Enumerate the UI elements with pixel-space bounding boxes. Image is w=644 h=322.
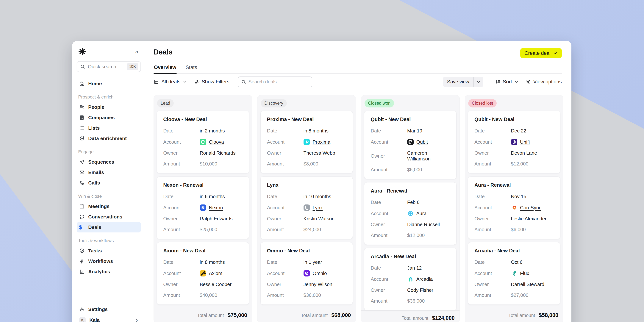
sidebar-item-deals[interactable]: $ Deals (77, 222, 141, 232)
coresync-logo-icon (511, 204, 517, 211)
deal-card[interactable]: Arcadia - New Deal DateJan 12 Account Ar… (364, 248, 456, 310)
unifi-logo-icon (511, 139, 517, 145)
sidebar-nav: Home Prospect & enrich People Companies … (77, 78, 141, 304)
deal-card[interactable]: Qubit - New Deal DateMar 19 Account Qubi… (364, 111, 456, 179)
account-link[interactable]: Unifi (520, 139, 530, 145)
save-view-button[interactable]: Save view (443, 77, 483, 87)
app-logo-icon (78, 48, 86, 56)
section-label-tools: Tools & workflows (78, 238, 139, 243)
workspace-name: Kala (89, 317, 132, 322)
column-total: Total amount $75,000 (154, 308, 252, 320)
dollar-icon: $ (79, 224, 85, 230)
phone-icon (79, 180, 85, 186)
sidebar-item-sequences[interactable]: Sequences (77, 157, 141, 167)
deal-title: Qubit - New Deal (474, 116, 554, 122)
sidebar-item-home[interactable]: Home (77, 78, 141, 89)
deal-card[interactable]: Lynx Datein 10 months Account Lynx Owner… (260, 176, 353, 239)
kanban-column-closed-lost[interactable]: Closed lost Qubit - New Deal DateDec 22 … (465, 95, 564, 322)
deal-card[interactable]: Axiom - New Deal Datein 8 months Account… (157, 242, 249, 305)
list-icon (79, 125, 85, 131)
sidebar-item-people[interactable]: People (77, 102, 141, 112)
sidebar-item-conversations[interactable]: Conversations (77, 212, 141, 222)
deal-card[interactable]: Cloova - New Deal Datein 2 months Accoun… (157, 111, 249, 173)
lynx-logo-icon (304, 204, 310, 211)
search-deals-box (238, 76, 312, 87)
sidebar-item-calls[interactable]: Calls (77, 178, 141, 188)
account-link[interactable]: Nexon (209, 205, 223, 210)
create-deal-button[interactable]: Create deal (520, 48, 562, 58)
sidebar-item-workflows[interactable]: Workflows (77, 256, 141, 266)
arcadia-logo-icon (407, 276, 414, 282)
account-link[interactable]: CoreSync (520, 205, 542, 210)
save-view-dropdown[interactable] (473, 77, 483, 87)
chevron-down-icon (183, 80, 187, 84)
page-title: Deals (154, 48, 172, 56)
deal-card[interactable]: Arcadia - New Deal DateOct 6 Account Flu… (468, 242, 560, 305)
sidebar-item-settings[interactable]: Settings (77, 304, 141, 314)
tab-overview[interactable]: Overview (154, 63, 177, 73)
chevron-down-icon (514, 80, 519, 84)
account-link[interactable]: Omnio (313, 270, 327, 276)
chevron-down-icon (476, 80, 481, 84)
account-link[interactable]: Qubit (416, 139, 428, 145)
sidebar-item-lists[interactable]: Lists (77, 123, 141, 133)
deal-card[interactable]: Omnio - New Deal Datein 1 year Account O… (260, 242, 353, 305)
stage-chip: Discovery (261, 99, 287, 108)
account-link[interactable]: Proxima (313, 139, 330, 145)
grid-icon (154, 79, 159, 85)
quick-search-input[interactable]: Quick search ⌘K (77, 61, 141, 72)
deal-card[interactable]: Aura - Renewal DateNov 15 Account CoreSy… (468, 176, 560, 239)
kanban-column-closed-won[interactable]: Closed won Qubit - New Deal DateMar 19 A… (361, 95, 460, 322)
deal-title: Proxima - New Deal (267, 116, 346, 122)
gear-icon (525, 79, 531, 85)
sidebar-item-emails[interactable]: Emails (77, 167, 141, 178)
proxima-logo-icon (304, 139, 310, 145)
kanban-column-discovery[interactable]: Discovery Proxima - New Deal Datein 8 mo… (257, 95, 356, 322)
sidebar-item-analytics[interactable]: Analytics (77, 266, 141, 277)
deal-title: Lynx (267, 182, 346, 188)
sidebar-item-tasks[interactable]: Tasks (77, 246, 141, 256)
deal-title: Omnio - New Deal (267, 248, 346, 254)
search-deals-input[interactable] (248, 79, 309, 85)
account-link[interactable]: Lynx (313, 205, 323, 210)
account-link[interactable]: Arcadia (416, 276, 433, 282)
sidebar-item-meetings[interactable]: Meetings (77, 201, 141, 212)
workspace-switcher[interactable]: K Kala › (77, 314, 141, 322)
deal-title: Aura - Renewal (371, 188, 450, 194)
envelope-icon (79, 170, 85, 175)
omnio-logo-icon (304, 270, 310, 276)
sort-icon (495, 79, 500, 85)
app-window: « Quick search ⌘K Home Prospect & enrich… (72, 41, 572, 322)
account-link[interactable]: Aura (416, 210, 427, 216)
deal-title: Arcadia - New Deal (474, 248, 554, 254)
view-options-button[interactable]: View options (525, 79, 562, 85)
sort-button[interactable]: Sort (495, 79, 519, 85)
account-link[interactable]: Flux (520, 270, 529, 276)
deal-title: Arcadia - New Deal (371, 254, 450, 260)
deal-card[interactable]: Aura - Renewal DateFeb 6 Account Aura Ow… (364, 182, 456, 245)
stage-chip: Closed lost (468, 99, 496, 108)
collapse-sidebar-button[interactable]: « (134, 48, 139, 55)
kanban-board: Lead Cloova - New Deal Datein 2 months A… (154, 95, 562, 322)
deal-card[interactable]: Proxima - New Deal Datein 8 months Accou… (260, 111, 353, 173)
deal-title: Cloova - New Deal (163, 116, 242, 122)
deal-title: Qubit - New Deal (371, 116, 450, 122)
stage-chip: Closed won (364, 99, 394, 108)
home-icon (79, 80, 85, 86)
tab-stats[interactable]: Stats (185, 63, 198, 73)
column-total: Total amount $124,000 (361, 310, 460, 322)
sidebar-item-companies[interactable]: Companies (77, 112, 141, 123)
lightning-icon (79, 258, 85, 264)
column-total: Total amount $58,000 (465, 308, 563, 320)
qubit-logo-icon (407, 139, 414, 145)
view-selector-button[interactable]: All deals (154, 79, 187, 85)
account-link[interactable]: Axiom (209, 270, 222, 276)
sidebar-footer: Settings K Kala › (77, 304, 141, 322)
kanban-column-lead[interactable]: Lead Cloova - New Deal Datein 2 months A… (154, 95, 252, 322)
account-link[interactable]: Cloova (209, 139, 224, 145)
deal-card[interactable]: Nexon - Renewal Datein 6 months Account … (157, 176, 249, 239)
section-label-win-close: Win & close (78, 194, 139, 199)
deal-card[interactable]: Qubit - New Deal DateDec 22 Account Unif… (468, 111, 560, 173)
show-filters-button[interactable]: Show Filters (194, 79, 230, 85)
sidebar-item-data-enrichment[interactable]: Data enrichment (77, 133, 141, 144)
